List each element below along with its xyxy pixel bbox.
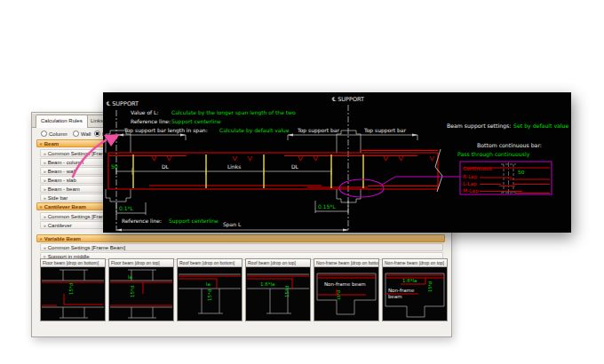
- chevron-right-icon: »: [44, 222, 46, 230]
- radio-column[interactable]: Column: [41, 131, 68, 137]
- preview-caption: Non-frame beam [drop on bottom]: [314, 259, 378, 267]
- preview-diagram: la 15*d: [109, 267, 173, 321]
- radio-wall[interactable]: Wall: [73, 131, 91, 137]
- stirrup-hooks: [152, 156, 434, 161]
- preview-diagram: 1.6*la 15*d: [246, 267, 310, 321]
- value-of-l-label: Value of L:: [131, 109, 158, 115]
- chevron-right-icon: »: [44, 177, 46, 185]
- tree-item-label: Beam - column: [48, 160, 83, 165]
- chevron-right-icon: »: [44, 168, 46, 176]
- anchorage-label: 15*d: [284, 286, 290, 297]
- chevron-right-icon: »: [44, 213, 46, 221]
- chevron-right-icon: »: [44, 186, 46, 194]
- chevron-down-icon: »: [37, 238, 45, 241]
- tree-item-label: Cantilever: [48, 223, 72, 228]
- preview-caption: Roof beam [drop on top]: [246, 259, 310, 267]
- preview-diagram: 15*d: [41, 267, 105, 321]
- beam-name-label: Non-frame: [388, 288, 415, 293]
- preview-panel-nonframe-beam-bottom: Non-frame beam [drop on bottom] Non-fram…: [314, 258, 379, 321]
- bottom-continuous-bar-value: Pass through continuously: [457, 151, 530, 158]
- preview-panel-nonframe-beam-top: Non-frame beam [drop on top] 1.6*la Non-…: [382, 258, 448, 321]
- highlight-ellipse: [339, 179, 384, 197]
- top-bar-length-label: Top support bar length in span:: [123, 127, 208, 134]
- dim-01l: 0.1*L: [119, 205, 134, 211]
- preview-caption: Roof beam [drop on bottom]: [178, 259, 242, 267]
- reference-line-value: Support centerline: [171, 118, 221, 125]
- dimension-lines: [116, 135, 417, 230]
- beam-support-settings-label: Beam support settings:: [447, 123, 511, 130]
- radio-icon: [41, 131, 47, 137]
- chevron-right-icon: »: [44, 159, 46, 167]
- beam-outline: [108, 153, 438, 189]
- reinforcement-bars: [109, 151, 438, 188]
- lap-length-label: 1.6*la: [402, 278, 417, 283]
- section-title: Cantilever Beam: [44, 204, 86, 210]
- cad-diagram-window: ℄ SUPPORT ℄ SUPPORT Value of L: Calculat…: [103, 92, 571, 233]
- beam-name-label: Non-frame beam: [324, 281, 366, 287]
- lap-length-label: la: [128, 274, 132, 280]
- beam-support-diagram: ℄ SUPPORT ℄ SUPPORT Value of L: Calculat…: [103, 92, 571, 233]
- top-bar-length-value: Calculate by default value: [219, 127, 290, 134]
- beam-name-label: beam: [388, 294, 402, 299]
- dim-015l: 0.15*L: [318, 203, 336, 210]
- value-of-l-value: Calculate by the longer span length of t…: [171, 109, 296, 116]
- lap-length-label: la: [206, 281, 211, 287]
- page-background: Calculation Rules Links Settings Column …: [0, 0, 604, 364]
- radio-icon: [94, 131, 100, 137]
- chevron-right-icon: »: [44, 244, 46, 252]
- dim-dl: DL: [162, 163, 170, 170]
- anchorage-label: 15*d: [427, 281, 433, 292]
- section-title: Beam: [44, 141, 59, 146]
- chevron-right-icon: »: [44, 194, 46, 202]
- highlight-connector: [382, 177, 460, 185]
- radio-label: Column: [49, 131, 68, 137]
- preview-caption: Floor beam [drop on top]: [109, 259, 173, 267]
- section-title: Variable Beam: [44, 236, 81, 241]
- tree-item-label: Side bar: [48, 195, 68, 201]
- preview-diagram: 1.6*la Non-frame beam 15*d: [383, 267, 447, 321]
- section-header-variable-beam[interactable]: »Variable Beam: [36, 234, 445, 242]
- span-label: Span L: [223, 221, 242, 228]
- legend-continuous: Continuous: [463, 166, 492, 171]
- bottom-continuous-bar-label: Bottom continuous bar:: [477, 142, 542, 148]
- tree-item-label: Common Settings [Frame Beam]: [48, 245, 125, 250]
- radio-label: Wall: [81, 131, 91, 137]
- support-label-right: ℄ SUPPORT: [331, 96, 364, 103]
- tab-calculation-rules[interactable]: Calculation Rules: [36, 115, 88, 128]
- anchorage-label: 15*d: [68, 283, 74, 295]
- dim-links: Links: [227, 163, 241, 170]
- beam-break-line: [435, 149, 442, 192]
- reference-line2-value: Support centerline: [169, 218, 219, 225]
- top-support-bar-label: Top support bar: [363, 127, 406, 134]
- chevron-down-icon: »: [37, 206, 45, 209]
- dim-50: 50: [111, 163, 118, 170]
- preview-diagram: la 15*d: [178, 267, 242, 321]
- preview-panel-roof-beam-bottom: Roof beam [drop on bottom] la 15*d: [177, 258, 242, 321]
- chevron-right-icon: »: [44, 150, 46, 158]
- dim-dl: DL: [291, 163, 299, 170]
- tree-item-common-settings[interactable]: »Common Settings [Frame Beam]: [40, 243, 443, 251]
- legend-m-lap: M-Lap: [463, 188, 479, 194]
- tree-item-label: Beam - slab: [48, 178, 76, 183]
- reference-line2-label: Reference line:: [122, 218, 162, 224]
- tree-item-label: Beam - wall: [48, 169, 76, 174]
- legend-l-lap: L-Lap: [463, 181, 477, 187]
- support-label-left: ℄ SUPPORT: [106, 100, 139, 107]
- anchorage-label: 15*d: [130, 286, 135, 297]
- preview-caption: Non-frame beam [drop on top]: [383, 259, 447, 267]
- tree-item-label: Beam - beam: [48, 186, 80, 192]
- anchorage-label: 15*d: [207, 289, 212, 301]
- preview-panel-floor-beam-bottom: Floor beam [drop on bottom] 15*d: [40, 258, 106, 321]
- radio-icon: [73, 131, 79, 137]
- legend-offset-value: 50: [518, 170, 525, 175]
- preview-caption: Floor beam [drop on bottom]: [41, 259, 105, 267]
- beam-support-settings-value: Set by default value: [513, 123, 569, 130]
- anchorage-label: 15*d: [337, 290, 341, 300]
- lap-length-label: 1.6*la: [260, 281, 274, 287]
- legend-r-lap: R-Lap: [463, 174, 478, 180]
- reference-line-label: Reference line:: [131, 118, 171, 124]
- preview-diagram: Non-frame beam 15*d: [314, 267, 378, 321]
- preview-panel-floor-beam-top: Floor beam [drop on top] la 15*d: [108, 258, 174, 321]
- chevron-down-icon: »: [37, 143, 45, 146]
- top-support-bar-label: Top support bar: [297, 127, 339, 134]
